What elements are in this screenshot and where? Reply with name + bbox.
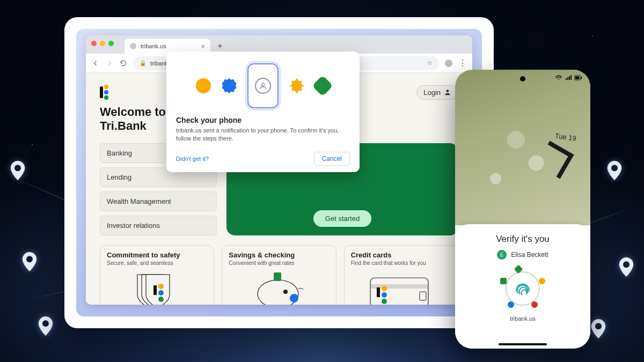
svg-point-24 <box>261 83 264 86</box>
dialog-icon-row <box>176 63 350 108</box>
card-title: Commitment to safety <box>107 251 207 259</box>
card-title: Savings & checking <box>229 251 329 259</box>
credit-card-icon <box>351 269 451 305</box>
svg-point-2 <box>42 320 49 327</box>
browser-tab-strip: tribank.us × + <box>86 35 472 54</box>
card-title: Credit cards <box>351 251 451 259</box>
map-pin-icon <box>21 252 38 271</box>
map-pin-icon <box>590 319 606 338</box>
dialog-help-link[interactable]: Didn't get it? <box>176 156 209 162</box>
account-avatar: E <box>497 250 507 260</box>
home-indicator[interactable] <box>499 343 547 345</box>
svg-rect-23 <box>420 292 426 300</box>
map-pin-icon <box>606 161 623 180</box>
close-window-icon[interactable] <box>91 41 97 46</box>
signal-icon <box>565 75 572 80</box>
svg-point-22 <box>382 299 387 304</box>
lock-icon: 🔒 <box>140 60 146 66</box>
card-subtitle: Secure, safe, and seamless <box>107 260 207 266</box>
clover-yellow-icon <box>289 78 304 93</box>
dialog-body: tribank.us sent a notification to your p… <box>176 127 350 143</box>
phone-frame: Tue 19 Verify it's you E Elisa Beckett t… <box>455 70 590 349</box>
account-name: Elisa Beckett <box>511 251 548 258</box>
back-button[interactable] <box>91 59 100 68</box>
get-started-button[interactable]: Get started <box>313 210 371 227</box>
user-avatar-icon <box>255 78 271 94</box>
card-subtitle: Find the card that works for you <box>351 260 451 266</box>
account-row[interactable]: E Elisa Beckett <box>463 250 583 260</box>
battery-icon <box>574 75 583 80</box>
verify-site-label: tribank.us <box>463 315 583 322</box>
svg-point-5 <box>595 323 602 329</box>
map-pin-icon <box>38 316 54 336</box>
tab-title: tribank.us <box>141 43 166 49</box>
phone-camera-icon <box>520 76 525 82</box>
dialog-title: Check your phone <box>176 116 350 124</box>
tab-favicon <box>130 43 136 49</box>
svg-point-6 <box>447 90 449 92</box>
dot-yellow-icon <box>196 78 211 93</box>
nav-item-investor[interactable]: Investor relations <box>100 216 217 235</box>
svg-point-8 <box>158 284 164 289</box>
minimize-window-icon[interactable] <box>100 41 105 46</box>
profile-avatar-icon[interactable] <box>444 59 453 68</box>
cancel-button[interactable]: Cancel <box>314 152 350 166</box>
map-pin-icon <box>10 161 26 180</box>
card-subtitle: Convenient with great rates <box>229 260 329 266</box>
forward-button[interactable] <box>105 59 114 68</box>
verify-sheet: Verify it's you E Elisa Beckett tribank.… <box>455 224 590 349</box>
browser-menu-icon[interactable]: ⋮ <box>458 58 467 68</box>
svg-point-20 <box>382 286 387 291</box>
phone-outline-icon <box>247 63 279 108</box>
svg-rect-25 <box>574 76 581 80</box>
login-button[interactable]: Login <box>416 85 458 100</box>
svg-point-9 <box>158 290 164 295</box>
fingerprint-button[interactable] <box>500 266 545 311</box>
shield-stack-icon <box>107 269 207 305</box>
svg-point-14 <box>290 294 298 302</box>
site-logo[interactable] <box>100 85 108 100</box>
status-bar <box>555 75 583 80</box>
badge-blue-icon <box>222 78 237 93</box>
login-label: Login <box>423 88 441 97</box>
map-pin-icon <box>618 257 634 277</box>
window-controls[interactable] <box>91 41 114 46</box>
new-tab-button[interactable]: + <box>214 40 226 53</box>
info-card-safety[interactable]: Commitment to safety Secure, safe, and s… <box>100 245 214 305</box>
bookmark-star-icon[interactable]: ☆ <box>427 60 433 67</box>
maximize-window-icon[interactable] <box>108 41 114 46</box>
info-card-credit[interactable]: Credit cards Find the card that works fo… <box>344 245 458 305</box>
svg-rect-26 <box>581 77 582 79</box>
piggy-bank-icon <box>229 269 329 305</box>
diamond-green-icon <box>312 75 333 97</box>
lockscreen-clock-icon <box>536 141 574 179</box>
svg-point-13 <box>283 290 288 294</box>
phone-wallpaper: Tue 19 <box>455 70 590 225</box>
reload-button[interactable] <box>119 59 128 68</box>
nav-item-wealth[interactable]: Wealth Management <box>100 191 217 211</box>
svg-point-21 <box>382 292 387 298</box>
svg-rect-27 <box>575 77 580 79</box>
fingerprint-icon <box>511 277 535 300</box>
info-card-savings[interactable]: Savings & checking Convenient with great… <box>222 245 336 305</box>
user-icon <box>444 88 451 96</box>
svg-point-0 <box>14 165 21 171</box>
svg-rect-12 <box>274 272 281 281</box>
sheet-title: Verify it's you <box>463 234 583 245</box>
svg-point-3 <box>611 165 618 171</box>
lockscreen-date: Tue 19 <box>554 131 577 142</box>
svg-point-10 <box>158 297 164 302</box>
close-tab-icon[interactable]: × <box>201 42 205 50</box>
passkey-dialog: Check your phone tribank.us sent a notif… <box>166 51 360 172</box>
svg-rect-19 <box>377 287 380 297</box>
wifi-icon <box>555 75 562 80</box>
svg-point-4 <box>623 261 630 268</box>
svg-rect-7 <box>153 285 157 295</box>
svg-point-1 <box>26 256 33 262</box>
